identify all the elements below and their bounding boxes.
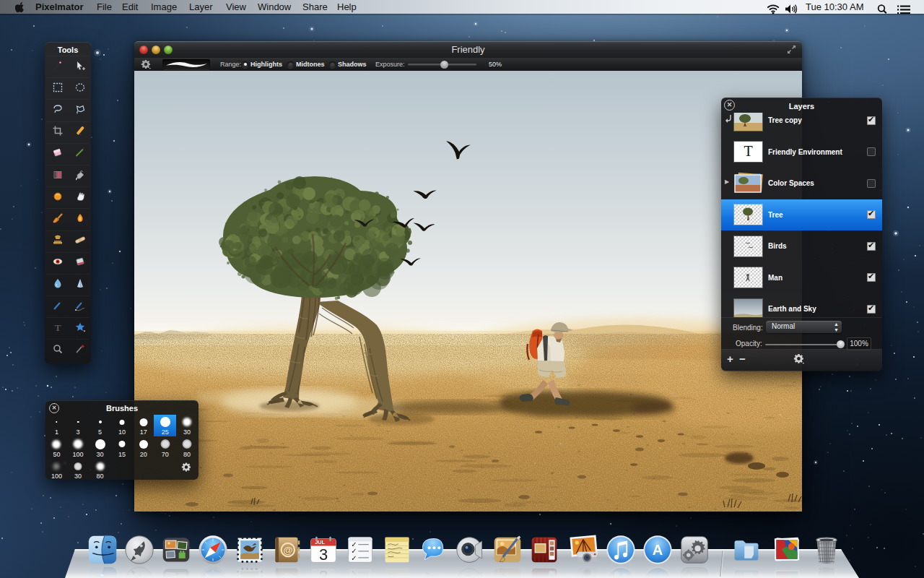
svg-text:@: @ (283, 545, 292, 556)
svg-text:T: T (55, 322, 61, 332)
svg-text:✓: ✓ (351, 554, 357, 562)
svg-text:3: 3 (319, 545, 328, 564)
svg-text:A: A (653, 542, 663, 558)
